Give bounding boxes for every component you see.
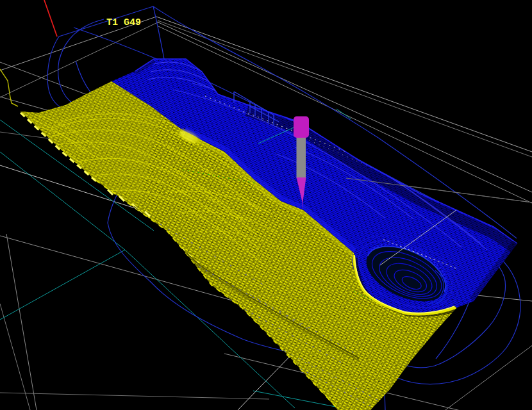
svg-text:T1 G49: T1 G49 — [106, 17, 141, 28]
